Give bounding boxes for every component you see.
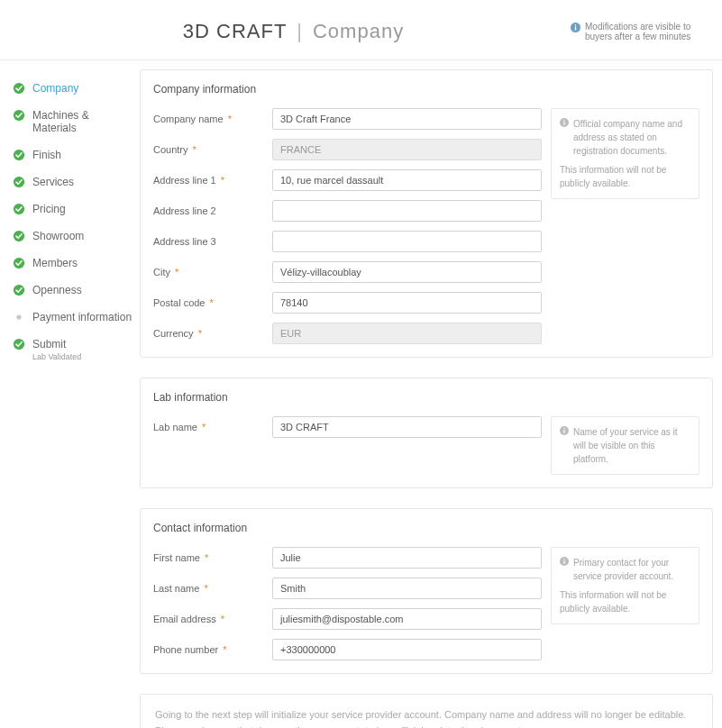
nav-item-openness[interactable]: Openness [0, 277, 140, 304]
field-row-address1: Address line 1 * [153, 169, 542, 191]
nav-item-label: Pricing [32, 203, 66, 215]
warning-notice: Going to the next step will initialize y… [140, 694, 713, 728]
svg-rect-17 [563, 430, 564, 433]
svg-point-7 [14, 204, 24, 214]
step-sidebar: CompanyMachines & MaterialsFinishService… [0, 69, 140, 728]
content-area: Company information Company name *Countr… [140, 69, 722, 728]
field-row-email: Email address * [153, 608, 542, 630]
svg-point-5 [14, 150, 24, 160]
contact-section: Contact information First name *Last nam… [140, 508, 713, 674]
section-title: Contact information [153, 522, 699, 534]
svg-point-21 [563, 559, 565, 560]
address2-input[interactable] [272, 200, 542, 222]
nav-item-company[interactable]: Company [0, 75, 140, 102]
dot-icon [13, 311, 25, 323]
field-row-lab_name: Lab name * [153, 416, 542, 438]
check-circle-icon [13, 230, 25, 242]
field-row-address3: Address line 3 [153, 231, 542, 252]
svg-point-2 [575, 24, 577, 26]
company_name-input[interactable] [272, 108, 542, 130]
section-title: Lab information [153, 391, 699, 404]
postal-input[interactable] [272, 292, 542, 314]
field-row-city: City * [153, 261, 542, 283]
address1-input[interactable] [272, 169, 542, 191]
check-circle-icon [13, 149, 25, 161]
field-row-first_name: First name * [153, 547, 542, 569]
nav-item-finish[interactable]: Finish [0, 141, 140, 168]
svg-point-3 [14, 83, 24, 94]
info-icon [560, 118, 569, 127]
svg-point-8 [14, 231, 24, 241]
company-info-box: Official company name and address as sta… [551, 108, 699, 199]
required-asterisk: * [206, 297, 213, 308]
nav-item-label: Services [32, 176, 74, 188]
field-label: Address line 1 * [153, 175, 272, 186]
required-asterisk: * [201, 583, 207, 594]
nav-item-sub: Lab Validated [32, 352, 81, 361]
required-asterisk: * [225, 114, 232, 124]
nav-item-label: Machines & Materials [32, 109, 89, 134]
svg-rect-1 [575, 26, 576, 30]
svg-point-6 [14, 177, 24, 187]
lab-info-box: Name of your service as it will be visib… [551, 416, 699, 475]
nav-item-members[interactable]: Members [0, 250, 140, 277]
nav-item-label: Company [32, 82, 78, 95]
required-asterisk: * [220, 644, 226, 655]
required-asterisk: * [218, 614, 224, 624]
last_name-input[interactable] [272, 578, 542, 599]
nav-item-label: Members [32, 257, 78, 269]
field-row-postal: Postal code * [153, 292, 542, 314]
info-icon [560, 557, 569, 566]
nav-item-label: Showroom [32, 230, 84, 242]
field-label: Postal code * [153, 297, 272, 308]
check-circle-icon [13, 176, 25, 188]
field-row-address2: Address line 2 [153, 200, 542, 222]
header-notice: Modifications are visible to buyers afte… [571, 22, 706, 41]
page-name: Company [313, 20, 404, 42]
field-row-phone: Phone number * [153, 639, 542, 660]
field-label: Currency * [153, 328, 272, 339]
field-label: First name * [153, 552, 272, 563]
required-asterisk: * [190, 144, 196, 155]
nav-item-machines-materials[interactable]: Machines & Materials [0, 102, 140, 141]
check-circle-icon [13, 338, 25, 350]
address3-input[interactable] [272, 231, 542, 252]
brand-name: 3D CRAFT [183, 20, 287, 42]
title-separator: | [297, 20, 303, 42]
main-layout: CompanyMachines & MaterialsFinishService… [0, 60, 722, 728]
info-icon [571, 23, 580, 32]
nav-item-services[interactable]: Services [0, 168, 140, 196]
field-row-last_name: Last name * [153, 578, 542, 599]
required-asterisk: * [218, 175, 224, 186]
nav-item-pricing[interactable]: Pricing [0, 196, 140, 223]
svg-point-15 [563, 120, 565, 122]
phone-input[interactable] [272, 639, 542, 660]
svg-rect-14 [563, 122, 564, 125]
nav-item-label: Finish [32, 149, 61, 161]
check-circle-icon [13, 284, 25, 296]
nav-item-submit[interactable]: SubmitLab Validated [0, 331, 140, 369]
field-label: Country * [153, 144, 272, 155]
info-icon [560, 426, 569, 435]
check-circle-icon [13, 82, 25, 95]
field-row-currency: Currency * [153, 323, 542, 344]
nav-item-label: Payment information [32, 311, 132, 323]
first_name-input[interactable] [272, 547, 542, 569]
svg-point-18 [563, 428, 565, 430]
section-title: Company information [153, 83, 699, 96]
nav-item-label: Submit [32, 338, 66, 350]
company-section: Company information Company name *Countr… [140, 69, 713, 358]
field-label: Address line 2 [153, 205, 272, 216]
email-input[interactable] [272, 608, 542, 630]
required-asterisk: * [196, 328, 202, 339]
lab_name-input[interactable] [272, 416, 542, 438]
currency-input [272, 323, 542, 344]
country-input [272, 139, 542, 160]
required-asterisk: * [199, 422, 206, 432]
nav-item-showroom[interactable]: Showroom [0, 223, 140, 250]
field-label: Lab name * [153, 422, 272, 432]
field-row-country: Country * [153, 139, 542, 160]
nav-item-payment-information[interactable]: Payment information [0, 304, 140, 331]
city-input[interactable] [272, 261, 542, 283]
contact-info-box: Primary contact for your service provide… [551, 547, 699, 624]
